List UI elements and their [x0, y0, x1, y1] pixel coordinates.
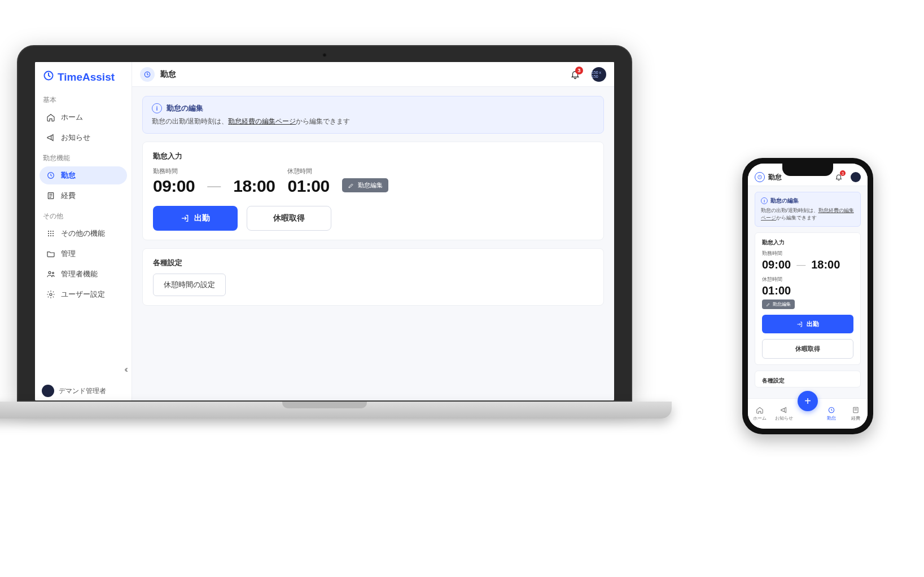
phone-work-start: 09:00 — [762, 258, 791, 271]
pencil-icon — [766, 302, 770, 307]
svg-point-12 — [49, 271, 51, 274]
phone-settings-title: 各種設定 — [762, 377, 853, 385]
notification-badge: 3 — [575, 67, 583, 74]
svg-point-14 — [50, 293, 52, 296]
clock-icon — [46, 171, 55, 180]
login-arrow-icon — [796, 321, 803, 328]
sidebar-collapse-button[interactable]: ‹‹ — [124, 364, 126, 375]
avatar-button[interactable]: 150 x 150 — [592, 67, 606, 82]
pencil-icon — [348, 182, 354, 189]
svg-point-5 — [52, 231, 54, 232]
phone-banner-title: 勤怠の編集 — [770, 197, 799, 205]
svg-point-13 — [52, 272, 54, 274]
laptop-device-frame: TimeAssist 基本 ホーム お知らせ 勤怠機能 勤怠 — [17, 45, 632, 419]
edit-attendance-button[interactable]: 勤怠編集 — [342, 178, 388, 192]
sidebar-item-expense[interactable]: 経費 — [40, 187, 127, 205]
work-end-value: 18:00 — [233, 177, 275, 196]
phone-info-banner: i勤怠の編集 勤怠の出勤/退勤時刻は、勤怠経費の編集ページから編集できます — [755, 192, 861, 227]
receipt-icon — [46, 191, 55, 200]
phone-card-title: 勤怠入力 — [762, 239, 853, 246]
break-settings-label: 休憩時間の設定 — [164, 280, 215, 289]
sidebar-item-manager[interactable]: 管理者機能 — [40, 265, 127, 283]
sidebar-item-attendance[interactable]: 勤怠 — [40, 166, 127, 184]
phone-edit-label: 勤怠編集 — [773, 301, 791, 307]
page-title-clock-icon — [140, 67, 155, 82]
take-leave-label: 休暇取得 — [273, 213, 305, 223]
clock-in-label: 出勤 — [194, 213, 210, 223]
phone-tab-label: ホーム — [753, 415, 767, 421]
work-time-label: 勤務時間 — [153, 167, 195, 175]
info-icon: i — [152, 103, 162, 113]
svg-point-6 — [48, 233, 49, 234]
phone-tab-attendance[interactable]: 勤怠 — [821, 406, 842, 421]
phone-bezel: 勤怠 3 i勤怠の編集 勤怠の出勤/退勤時刻は、勤怠経費の編集ページから編集でき… — [742, 158, 873, 434]
brand-name: TimeAssist — [58, 71, 115, 83]
gear-icon — [46, 290, 55, 299]
phone-avatar-button[interactable] — [851, 172, 861, 182]
info-icon: i — [761, 197, 768, 204]
sidebar-item-other-functions[interactable]: その他の機能 — [40, 224, 127, 243]
phone-take-leave-label: 休暇取得 — [795, 345, 820, 353]
info-banner-header: i 勤怠の編集 — [152, 103, 594, 113]
phone-tab-home[interactable]: ホーム — [750, 406, 770, 421]
sidebar-current-user[interactable]: デマンド管理者 — [42, 385, 106, 397]
sidebar-item-notice[interactable]: お知らせ — [40, 129, 127, 147]
content: i 勤怠の編集 勤怠の出勤/退勤時刻は、勤怠経費の編集ページから編集できます 勤… — [132, 87, 614, 315]
phone-banner-suffix: から編集できます — [776, 215, 817, 221]
page-title: 勤怠 — [160, 69, 176, 80]
work-start-value: 09:00 — [153, 177, 195, 196]
phone-notifications-button[interactable]: 3 — [834, 172, 844, 182]
phone-notch — [782, 164, 833, 176]
sidebar-item-label: お知らせ — [61, 133, 90, 143]
svg-point-7 — [50, 233, 51, 234]
sidebar-section-kintai: 勤怠機能 — [35, 148, 132, 165]
info-banner-link[interactable]: 勤怠経費の編集ページ — [228, 117, 296, 125]
svg-point-3 — [48, 231, 49, 232]
sidebar-item-admin[interactable]: 管理 — [40, 245, 127, 263]
phone-clock-in-button[interactable]: 出勤 — [762, 315, 853, 333]
phone-notification-badge: 3 — [840, 170, 846, 176]
info-banner-text-suffix: から編集できます — [296, 117, 350, 125]
svg-point-9 — [48, 235, 49, 236]
sidebar-item-home[interactable]: ホーム — [40, 108, 127, 126]
settings-card-title: 各種設定 — [153, 258, 593, 268]
break-time-value: 01:00 — [287, 177, 329, 196]
phone-fab-add-button[interactable]: + — [798, 391, 818, 411]
sidebar-item-user-settings[interactable]: ユーザー設定 — [40, 285, 127, 303]
phone-work-end: 18:00 — [811, 258, 840, 271]
sidebar-item-label: ホーム — [61, 112, 83, 122]
sidebar-item-label: 管理者機能 — [61, 269, 98, 279]
phone-tab-label: 勤怠 — [827, 415, 836, 421]
phone-tab-notice[interactable]: お知らせ — [774, 406, 794, 421]
phone-break-value: 01:00 — [762, 284, 853, 297]
phone-edit-attendance-button[interactable]: 勤怠編集 — [762, 299, 795, 309]
avatar-text: 150 x 150 — [592, 71, 606, 78]
phone-clock-in-label: 出勤 — [807, 320, 819, 328]
avatar-icon — [42, 385, 54, 397]
attendance-input-card: 勤怠入力 勤務時間 09:00 — 18:00 — [142, 142, 604, 240]
clock-in-button[interactable]: 出勤 — [153, 206, 238, 231]
break-settings-button[interactable]: 休憩時間の設定 — [153, 274, 226, 296]
info-banner-title: 勤怠の編集 — [167, 103, 203, 113]
grid-icon — [46, 229, 55, 238]
brand-logo-icon — [43, 70, 54, 84]
phone-dash: — — [796, 260, 805, 270]
sidebar-item-label: 管理 — [61, 249, 76, 259]
svg-point-4 — [50, 231, 51, 232]
take-leave-button[interactable]: 休暇取得 — [247, 206, 331, 231]
phone-tab-expense[interactable]: 経費 — [846, 406, 866, 421]
phone-take-leave-button[interactable]: 休暇取得 — [762, 339, 853, 359]
svg-point-10 — [50, 235, 51, 236]
notifications-button[interactable]: 3 — [569, 68, 581, 81]
receipt-icon — [852, 406, 860, 414]
phone-work-label: 勤務時間 — [762, 250, 853, 257]
laptop-camera — [323, 53, 327, 57]
sidebar: TimeAssist 基本 ホーム お知らせ 勤怠機能 勤怠 — [35, 62, 132, 400]
laptop-screen: TimeAssist 基本 ホーム お知らせ 勤怠機能 勤怠 — [35, 62, 614, 400]
work-end-block: 18:00 — [233, 169, 275, 196]
brand[interactable]: TimeAssist — [35, 62, 132, 90]
sidebar-section-other: その他 — [35, 206, 132, 223]
time-row: 勤務時間 09:00 — 18:00 休憩時間 01:00 — [153, 167, 593, 196]
info-banner: i 勤怠の編集 勤怠の出勤/退勤時刻は、勤怠経費の編集ページから編集できます — [142, 96, 604, 134]
settings-card: 各種設定 休憩時間の設定 — [142, 248, 604, 306]
